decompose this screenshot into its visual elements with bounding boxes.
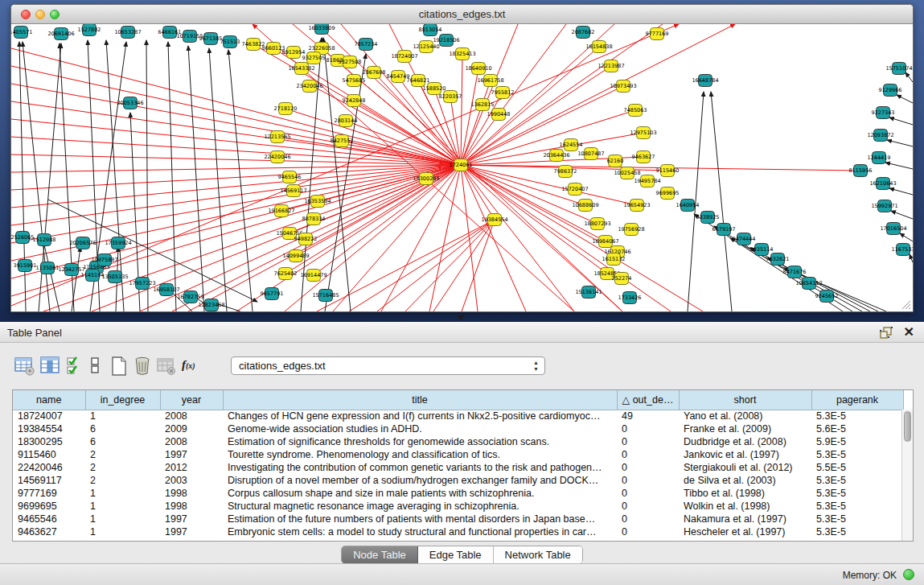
delete-column-icon[interactable]: [133, 356, 153, 377]
table-row[interactable]: 977716911998Corpus callosum shape and si…: [13, 487, 903, 500]
window-titlebar[interactable]: citations_edges.txt: [11, 5, 913, 24]
table-cell[interactable]: 5.3E-5: [811, 474, 903, 487]
table-cell[interactable]: Structural magnetic resonance image aver…: [223, 500, 617, 513]
column-header-short[interactable]: short: [679, 390, 811, 410]
network-graph-canvas[interactable]: 1724061183002951938455474638228660123891…: [11, 24, 913, 311]
table-cell[interactable]: 19384554: [13, 422, 85, 435]
tab-network-table[interactable]: Network Table: [494, 546, 582, 563]
table-cell[interactable]: 6: [85, 422, 160, 435]
table-cell[interactable]: 0: [617, 487, 679, 500]
table-cell[interactable]: Estimation of significance thresholds fo…: [223, 435, 617, 448]
table-cell[interactable]: 5.9E-5: [811, 435, 903, 448]
table-source-dropdown[interactable]: citations_edges.txt ▲▼: [231, 356, 545, 375]
tab-edge-table[interactable]: Edge Table: [418, 546, 494, 563]
table-cell[interactable]: 9463627: [13, 525, 85, 538]
new-column-icon[interactable]: [109, 356, 130, 377]
close-panel-icon[interactable]: ✕: [904, 324, 914, 340]
table-cell[interactable]: 2008: [160, 435, 223, 448]
table-cell[interactable]: 5.3E-5: [811, 525, 903, 538]
table-cell[interactable]: 1997: [160, 448, 223, 461]
table-cell[interactable]: 2003: [160, 474, 223, 487]
table-cell[interactable]: 1: [85, 500, 160, 513]
table-cell[interactable]: 0: [617, 422, 679, 435]
table-row[interactable]: 946554611997Estimation of the future num…: [13, 513, 903, 525]
table-cell[interactable]: Genome-wide association studies in ADHD.: [223, 422, 617, 435]
table-cell[interactable]: 0: [617, 525, 679, 538]
table-vertical-scrollbar[interactable]: [901, 410, 913, 541]
show-columns-icon[interactable]: [40, 356, 61, 377]
column-header-in_degree[interactable]: in_degree: [85, 390, 160, 410]
float-panel-icon[interactable]: [879, 326, 893, 339]
table-cell[interactable]: 5.6E-5: [811, 422, 903, 435]
table-cell[interactable]: 1997: [160, 513, 223, 525]
scrollbar-thumb[interactable]: [904, 411, 911, 442]
column-header-title[interactable]: title: [223, 390, 617, 410]
table-cell[interactable]: Tourette syndrome. Phenomenology and cla…: [223, 448, 617, 461]
table-cell[interactable]: 2012: [160, 461, 223, 474]
table-cell[interactable]: 2008: [160, 410, 223, 422]
table-cell[interactable]: 22420046: [13, 461, 85, 474]
table-cell[interactable]: Nakamura et al. (1997): [679, 513, 811, 525]
table-cell[interactable]: 5.3E-5: [811, 410, 903, 422]
splitter-collapse-handle[interactable]: [457, 315, 465, 320]
table-row[interactable]: 946362711997Embryonic stem cells: a mode…: [13, 525, 903, 538]
table-cell[interactable]: 0: [617, 435, 679, 448]
table-cell[interactable]: 0: [617, 513, 679, 525]
row-height-icon[interactable]: [89, 356, 102, 377]
table-cell[interactable]: 2009: [160, 422, 223, 435]
tab-node-table[interactable]: Node Table: [342, 546, 418, 563]
table-row[interactable]: 2242004622012Investigating the contribut…: [13, 461, 903, 474]
column-header-pagerank[interactable]: pagerank: [811, 390, 903, 410]
table-cell[interactable]: Jankovic et al. (1997): [679, 448, 811, 461]
node-table-grid[interactable]: namein_degreeyeartitle△ out_de…shortpage…: [13, 390, 904, 538]
table-cell[interactable]: de Silva et al. (2003): [679, 474, 811, 487]
column-header-name[interactable]: name: [13, 390, 85, 410]
table-cell[interactable]: 2: [85, 474, 160, 487]
table-cell[interactable]: Embryonic stem cells: a model to study s…: [223, 525, 617, 538]
table-cell[interactable]: 1: [85, 410, 160, 422]
select-rows-icon[interactable]: [66, 356, 84, 377]
table-cell[interactable]: 5.3E-5: [811, 500, 903, 513]
table-cell[interactable]: Dudbridge et al. (2008): [679, 435, 811, 448]
table-cell[interactable]: Disruption of a novel member of a sodium…: [223, 474, 617, 487]
table-row[interactable]: 969969511998Structural magnetic resonanc…: [13, 500, 903, 513]
table-cell[interactable]: 18724007: [13, 410, 85, 422]
column-header-out_de[interactable]: △ out_de…: [617, 390, 679, 410]
table-cell[interactable]: 1: [85, 525, 160, 538]
table-mode-icon[interactable]: [14, 356, 35, 377]
table-cell[interactable]: 6: [85, 435, 160, 448]
table-cell[interactable]: 9465546: [13, 513, 85, 525]
table-row[interactable]: 1872400712008Changes of HCN gene express…: [13, 410, 903, 422]
table-cell[interactable]: 0: [617, 474, 679, 487]
table-cell[interactable]: 9777169: [13, 487, 85, 500]
table-cell[interactable]: 1997: [160, 525, 223, 538]
table-cell[interactable]: Stergiakouli et al. (2012): [679, 461, 811, 474]
table-cell[interactable]: Yano et al. (2008): [679, 410, 811, 422]
table-cell[interactable]: 18300295: [13, 435, 85, 448]
table-row[interactable]: 1456911722003Disruption of a novel membe…: [13, 474, 903, 487]
table-cell[interactable]: Corpus callosum shape and size in male p…: [223, 487, 617, 500]
table-cell[interactable]: Hescheler et al. (1997): [679, 525, 811, 538]
table-row[interactable]: 1938455462009Genome-wide association stu…: [13, 422, 903, 435]
resize-grip-icon[interactable]: [900, 299, 911, 310]
table-cell[interactable]: 1: [85, 487, 160, 500]
table-cell[interactable]: Wolkin et al. (1998): [679, 500, 811, 513]
table-cell[interactable]: 2: [85, 448, 160, 461]
table-cell[interactable]: 1998: [160, 487, 223, 500]
column-header-year[interactable]: year: [160, 390, 223, 410]
table-cell[interactable]: Changes of HCN gene expression and I(f) …: [223, 410, 617, 422]
table-cell[interactable]: 5.3E-5: [811, 513, 903, 525]
table-cell[interactable]: 1: [85, 513, 160, 525]
table-cell[interactable]: 0: [617, 448, 679, 461]
function-builder-icon[interactable]: f(x): [182, 358, 195, 372]
table-cell[interactable]: 2: [85, 461, 160, 474]
table-cell[interactable]: Investigating the contribution of common…: [223, 461, 617, 474]
table-cell[interactable]: Estimation of the future numbers of pati…: [223, 513, 617, 525]
table-cell[interactable]: 9699695: [13, 500, 85, 513]
table-row[interactable]: 911546021997Tourette syndrome. Phenomeno…: [13, 448, 903, 461]
table-cell[interactable]: 5.5E-5: [811, 461, 903, 474]
table-cell[interactable]: Tibbo et al. (1998): [679, 487, 811, 500]
citation-network-graph[interactable]: 1724061183002951938455474638228660123891…: [11, 24, 913, 311]
table-cell[interactable]: 9115460: [13, 448, 85, 461]
table-cell[interactable]: 0: [617, 500, 679, 513]
